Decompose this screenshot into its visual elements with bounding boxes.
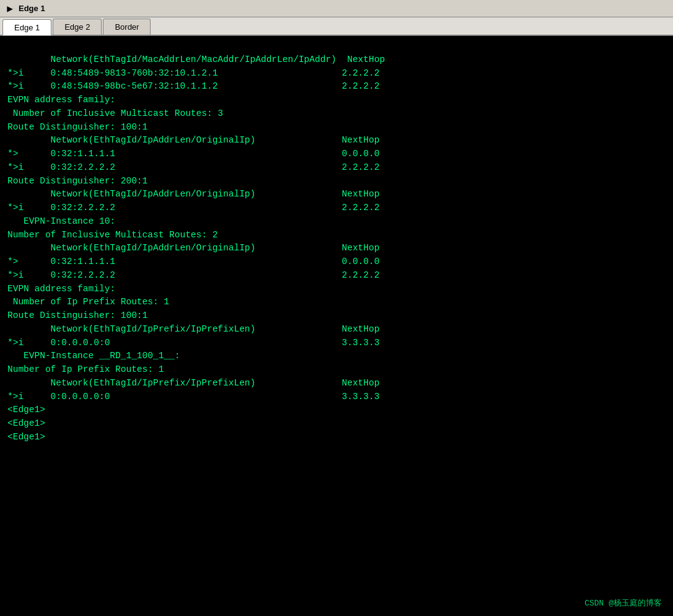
- terminal-line: <Edge1>: [7, 417, 666, 431]
- terminal-line: *>i 0:48:5489-98bc-5e67:32:10.1.1.2 2.2.…: [7, 80, 666, 94]
- terminal-line: *> 0:32:1.1.1.1 0.0.0.0: [7, 147, 666, 161]
- terminal-line: EVPN-Instance __RD_1_100_1__:: [7, 350, 666, 363]
- terminal-line: Network(EthTagId/IpAddrLen/OriginalIp) N…: [7, 134, 666, 147]
- terminal-line: *> 0:32:1.1.1.1 0.0.0.0: [7, 255, 666, 269]
- terminal-line: EVPN-Instance 10:: [7, 215, 666, 229]
- terminal-line: Network(EthTagId/MacAddrLen/MacAddr/IpAd…: [7, 53, 666, 67]
- tab-edge-1[interactable]: Edge 1: [2, 19, 51, 35]
- terminal-line: <Edge1>: [7, 403, 666, 417]
- title-bar: ▶ Edge 1: [0, 0, 673, 17]
- terminal-line: *>i 0:0.0.0.0:0 3.3.3.3: [7, 390, 666, 404]
- tab-edge-2[interactable]: Edge 2: [53, 19, 102, 35]
- terminal-line: Number of Ip Prefix Routes: 1: [7, 296, 666, 309]
- terminal-line: Number of Inclusive Multicast Routes: 3: [7, 107, 666, 121]
- terminal-line: Number of Ip Prefix Routes: 1: [7, 363, 666, 377]
- terminal-line: *>i 0:32:2.2.2.2 2.2.2.2: [7, 269, 666, 283]
- terminal-line: Network(EthTagId/IpAddrLen/OriginalIp) N…: [7, 188, 666, 201]
- watermark: CSDN @杨玉庭的博客: [584, 597, 662, 609]
- title-bar-text: Edge 1: [19, 4, 45, 13]
- terminal-line: Route Distinguisher: 100:1: [7, 121, 666, 134]
- terminal-line: *>i 0:0.0.0.0:0 3.3.3.3: [7, 337, 666, 350]
- terminal-line: Network(EthTagId/IpPrefix/IpPrefixLen) N…: [7, 323, 666, 337]
- terminal-line: EVPN address family:: [7, 283, 666, 296]
- title-bar-icon: ▶: [5, 4, 15, 14]
- terminal-area: Network(EthTagId/MacAddrLen/MacAddr/IpAd…: [0, 36, 673, 615]
- terminal-line: <Edge1>: [7, 431, 666, 444]
- terminal-line: Number of Inclusive Multicast Routes: 2: [7, 229, 666, 242]
- tab-bar: Edge 1Edge 2Border: [0, 17, 673, 36]
- terminal-line: Network(EthTagId/IpAddrLen/OriginalIp) N…: [7, 242, 666, 255]
- terminal-line: EVPN address family:: [7, 94, 666, 107]
- terminal-line: Route Distinguisher: 200:1: [7, 175, 666, 188]
- tab-border[interactable]: Border: [103, 19, 151, 35]
- terminal-line: *>i 0:32:2.2.2.2 2.2.2.2: [7, 201, 666, 215]
- terminal-line: Route Distinguisher: 100:1: [7, 309, 666, 323]
- terminal-line: *>i 0:32:2.2.2.2 2.2.2.2: [7, 161, 666, 175]
- terminal-line: *>i 0:48:5489-9813-760b:32:10.1.2.1 2.2.…: [7, 67, 666, 81]
- terminal-line: Network(EthTagId/IpPrefix/IpPrefixLen) N…: [7, 377, 666, 390]
